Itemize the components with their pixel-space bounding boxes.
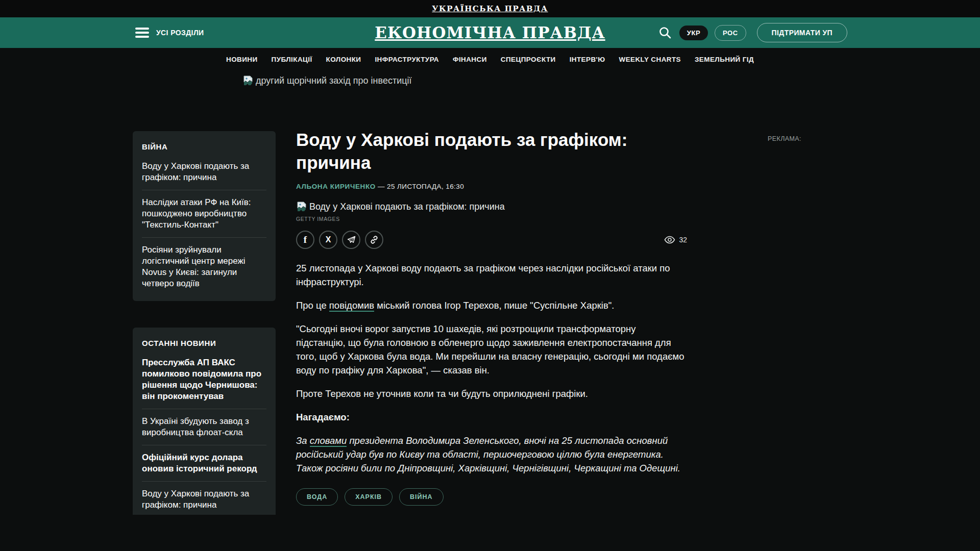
nav-item-zemelnyi-hid[interactable]: ЗЕМЕЛЬНИЙ ГІД bbox=[695, 56, 754, 63]
paragraph: Проте Терехов не уточнив коли та чи буду… bbox=[296, 387, 687, 400]
nav-item-interviu[interactable]: ІНТЕРВ'Ю bbox=[570, 56, 605, 63]
telegram-icon bbox=[347, 236, 356, 244]
sidebar-latest-item[interactable]: Пресслужба АП ВАКС помилково повідомила … bbox=[142, 350, 266, 409]
x-twitter-icon: X bbox=[326, 235, 331, 244]
source-link[interactable]: повідомив bbox=[329, 300, 374, 312]
facebook-icon: f bbox=[304, 234, 307, 245]
site-header: УСІ РОЗДІЛИ ЕКОНОМІЧНА ПРАВДА УКР РОС ПІ… bbox=[0, 17, 980, 48]
sidebar-section-war: ВІЙНА Воду у Харкові подають за графіком… bbox=[133, 131, 276, 301]
nav-item-novyny[interactable]: НОВИНИ bbox=[226, 56, 258, 63]
nav-item-kolonky[interactable]: КОЛОНКИ bbox=[326, 56, 361, 63]
share-x-button[interactable]: X bbox=[319, 231, 337, 249]
eye-icon bbox=[664, 236, 675, 244]
article: Воду у Харкові подають за графіком: прич… bbox=[296, 131, 687, 506]
lang-toggle-ukr[interactable]: УКР bbox=[679, 26, 708, 40]
all-sections-menu-button[interactable]: УСІ РОЗДІЛИ bbox=[135, 28, 204, 38]
zelensky-words-link[interactable]: словами bbox=[310, 435, 347, 447]
hamburger-icon bbox=[135, 28, 149, 38]
reminder-label: Нагадаємо: bbox=[296, 410, 687, 424]
tag-viina[interactable]: ВІЙНА bbox=[399, 488, 444, 506]
page: УКРАЇНСЬКА ПРАВДА УСІ РОЗДІЛИ ЕКОНОМІЧНА… bbox=[0, 0, 980, 551]
sidebar-war-item[interactable]: Наслідки атаки РФ на Київ: пошкоджено ви… bbox=[142, 190, 266, 237]
promo-banner-broken-image[interactable]: другий щорічний захід про інвестиції bbox=[242, 74, 980, 87]
paragraph: Про це повідомив міський голова Ігор Тер… bbox=[296, 298, 687, 312]
nav-item-spetsproekty[interactable]: СПЕЦПРОЄКТИ bbox=[501, 56, 556, 63]
top-brand-bar: УКРАЇНСЬКА ПРАВДА bbox=[0, 0, 980, 17]
sidebar-war-item[interactable]: Воду у Харкові подають за графіком: прич… bbox=[142, 154, 266, 190]
menu-label: УСІ РОЗДІЛИ bbox=[156, 29, 204, 37]
broken-image-icon bbox=[296, 201, 307, 212]
sidebar-section-latest-news: ОСТАННІ НОВИНИ Пресслужба АП ВАКС помилк… bbox=[133, 328, 276, 515]
main-content: ВІЙНА Воду у Харкові подають за графіком… bbox=[0, 131, 980, 515]
sidebar-latest-item[interactable]: В Україні збудують завод з виробництва ф… bbox=[142, 409, 266, 445]
link-icon bbox=[370, 235, 379, 244]
text-segment: За bbox=[296, 435, 310, 446]
sidebar-war-title: ВІЙНА bbox=[142, 142, 266, 151]
header-right-controls: УКР РОС ПІДТРИМАТИ УП bbox=[657, 17, 847, 48]
tag-voda[interactable]: ВОДА bbox=[296, 488, 338, 506]
tag-kharkiv[interactable]: ХАРКІВ bbox=[345, 488, 393, 506]
view-count: 32 bbox=[679, 236, 687, 244]
share-telegram-button[interactable] bbox=[342, 231, 360, 249]
article-title: Воду у Харкові подають за графіком: прич… bbox=[296, 131, 687, 174]
left-sidebar: ВІЙНА Воду у Харкові подають за графіком… bbox=[133, 131, 276, 515]
nav-item-finansy[interactable]: ФІНАНСИ bbox=[453, 56, 487, 63]
nav-item-infrastruktura[interactable]: ІНФРАСТРУКТУРА bbox=[375, 56, 439, 63]
text-segment: президента Володимира Зеленського, вночі… bbox=[296, 435, 680, 473]
article-byline: АЛЬОНА КИРИЧЕНКО — 25 ЛИСТОПАДА, 16:30 bbox=[296, 183, 687, 190]
nav-item-weekly-charts[interactable]: WEEKLY CHARTS bbox=[619, 56, 681, 63]
tags-row: ВОДА ХАРКІВ ВІЙНА bbox=[296, 488, 687, 506]
view-counter: 32 bbox=[664, 236, 687, 244]
broken-image-icon bbox=[242, 75, 254, 86]
ad-label: РЕКЛАМА: bbox=[768, 135, 801, 142]
ukrainska-pravda-logo[interactable]: УКРАЇНСЬКА ПРАВДА bbox=[432, 4, 548, 13]
text-segment: міський голова Ігор Терехов, пише "Суспі… bbox=[374, 300, 614, 311]
nav-item-publikatsii[interactable]: ПУБЛІКАЦІЇ bbox=[272, 56, 312, 63]
sidebar-latest-item[interactable]: Офіційний курс долара оновив історичний … bbox=[142, 445, 266, 481]
search-icon bbox=[658, 26, 672, 39]
share-facebook-button[interactable]: f bbox=[296, 231, 314, 249]
support-up-button[interactable]: ПІДТРИМАТИ УП bbox=[757, 23, 847, 42]
sidebar-latest-title: ОСТАННІ НОВИНИ bbox=[142, 339, 266, 347]
copy-link-button[interactable] bbox=[365, 231, 383, 249]
background-paragraph: За словами президента Володимира Зеленсь… bbox=[296, 434, 687, 475]
share-row: f X bbox=[296, 231, 687, 249]
author-link[interactable]: АЛЬОНА КИРИЧЕНКО bbox=[296, 183, 376, 190]
lang-toggle-ros[interactable]: РОС bbox=[715, 25, 746, 41]
article-date-text: — 25 ЛИСТОПАДА, 16:30 bbox=[378, 183, 464, 190]
paragraph: 25 листопада у Харкові воду подають за г… bbox=[296, 261, 687, 289]
main-nav: НОВИНИ ПУБЛІКАЦІЇ КОЛОНКИ ІНФРАСТРУКТУРА… bbox=[0, 48, 980, 70]
sidebar-war-item[interactable]: Росіяни зруйнували логістичний центр мер… bbox=[142, 237, 266, 296]
image-credit: GETTY IMAGES bbox=[296, 216, 687, 222]
article-body: 25 листопада у Харкові воду подають за г… bbox=[296, 261, 687, 475]
quote-paragraph: "Сьогодні вночі ворог запустив 10 шахеді… bbox=[296, 322, 687, 377]
sidebar-latest-item[interactable]: Воду у Харкові подають за графіком: прич… bbox=[142, 481, 266, 515]
ad-column: РЕКЛАМА: bbox=[768, 131, 801, 142]
article-broken-image: Воду у Харкові подають за графіком: прич… bbox=[296, 201, 687, 212]
search-button[interactable] bbox=[657, 25, 673, 40]
article-image-alt-text: Воду у Харкові подають за графіком: прич… bbox=[309, 202, 505, 212]
ekonomichna-pravda-logo[interactable]: ЕКОНОМІЧНА ПРАВДА bbox=[375, 23, 605, 42]
text-segment: Про це bbox=[296, 300, 329, 311]
banner-alt-text: другий щорічний захід про інвестиції bbox=[256, 76, 412, 86]
